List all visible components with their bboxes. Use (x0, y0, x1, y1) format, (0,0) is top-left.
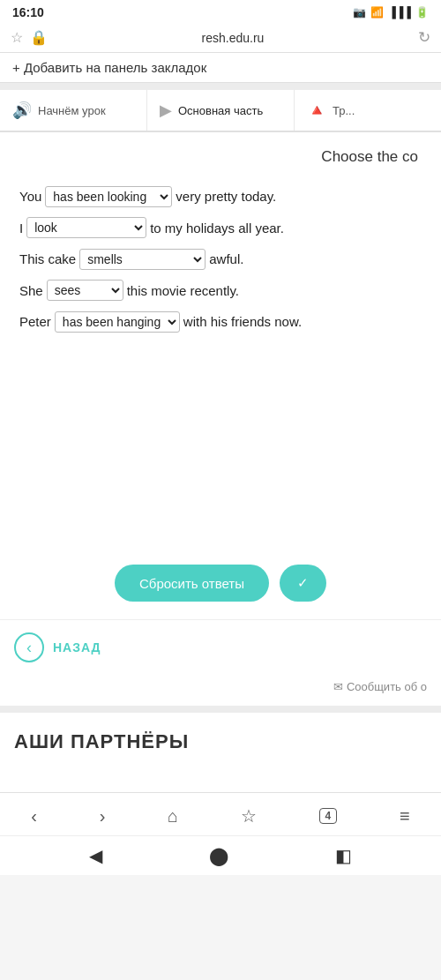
browser-forward-icon: › (100, 806, 106, 827)
triangle-icon: 🔺 (307, 101, 326, 120)
back-label[interactable]: НАЗАД (53, 640, 101, 655)
sound-icon: 🔊 (12, 101, 32, 120)
browser-back-icon: ‹ (31, 806, 37, 827)
sentence-4-after: this movie recently. (127, 280, 239, 303)
tab-third-label: Тр... (333, 104, 355, 117)
report-label[interactable]: ✉ Сообщить об о (333, 680, 427, 693)
reset-button[interactable]: Сбросить ответы (115, 565, 269, 602)
sentence-4-before: She (19, 280, 43, 303)
partners-section: АШИ ПАРТНЁРЫ (0, 713, 441, 792)
android-recents-button[interactable]: ◧ (335, 845, 352, 866)
play-icon: ▶ (160, 101, 172, 120)
sentence-2-before: I (19, 217, 23, 240)
browser-bookmark-button[interactable]: ☆ (232, 802, 265, 830)
bookmark-label[interactable]: + Добавить на панель закладок (12, 60, 206, 75)
bookmark-bar[interactable]: + Добавить на панель закладок (0, 53, 441, 83)
sentence-5-before: Peter (19, 310, 51, 333)
sentences-container: You has been looking look have been look… (14, 185, 427, 333)
sentence-2-after: to my holidays all year. (150, 217, 284, 240)
partners-title: АШИ ПАРТНЁРЫ (14, 730, 427, 753)
lesson-nav: 🔊 Начнём урок ▶ Основная часть 🔺 Тр... (0, 90, 441, 132)
tab-main-label: Основная часть (178, 104, 263, 117)
browser-back-button[interactable]: ‹ (22, 803, 46, 830)
status-bar: 16:10 📷 📶 ▐▐▐ 🔋 (0, 0, 441, 23)
tab-third[interactable]: 🔺 Тр... (295, 90, 441, 131)
check-button[interactable]: ✓ (280, 565, 326, 602)
sentence-row-2: I look looks has been looking looked for… (19, 217, 427, 240)
browser-bookmark-icon: ☆ (241, 805, 257, 827)
tab-main[interactable]: ▶ Основная часть (147, 90, 295, 131)
android-back-button[interactable]: ◀ (89, 845, 102, 866)
signal-icon: ▐▐▐ (388, 6, 411, 19)
tab-nachmem[interactable]: 🔊 Начнём урок (0, 90, 147, 131)
sentence-row-5: Peter has been hanging hangs hang hung w… (19, 310, 427, 333)
bottom-nav: ‹ › ⌂ ☆ 4 ≡ (0, 792, 441, 835)
tab-nachmem-label: Начнём урок (38, 104, 106, 117)
browser-nav-icons: ☆ 🔒 (11, 29, 48, 46)
star-icon[interactable]: ☆ (11, 29, 23, 46)
sentence-1-after: very pretty today. (176, 185, 276, 208)
wifi-icon: 📶 (370, 6, 384, 19)
status-icons: 📷 📶 ▐▐▐ 🔋 (353, 6, 429, 19)
sentence-3-before: This cake (19, 248, 76, 271)
url-bar[interactable]: resh.edu.ru (56, 31, 409, 45)
lock-icon: 🔒 (30, 29, 48, 46)
partners-separator (0, 706, 441, 713)
browser-tabs-button[interactable]: 4 (310, 804, 347, 827)
sentence-row-1: You has been looking look have been look… (19, 185, 427, 208)
browser-tabs-count: 4 (319, 808, 338, 824)
sentence-4-select[interactable]: sees has seen is seeing saw (47, 280, 123, 301)
camera-icon: 📷 (353, 6, 366, 19)
back-nav: ‹ НАЗАД (0, 619, 441, 675)
status-time: 16:10 (12, 5, 44, 19)
browser-home-button[interactable]: ⌂ (159, 803, 187, 830)
browser-menu-icon: ≡ (400, 806, 410, 827)
sentence-3-after: awful. (209, 248, 243, 271)
sentence-row-4: She sees has seen is seeing saw this mov… (19, 280, 427, 303)
browser-forward-button[interactable]: › (91, 803, 115, 830)
sentence-1-select[interactable]: has been looking look have been looking … (45, 186, 172, 207)
task-heading: Choose the co (14, 148, 427, 166)
back-circle-button[interactable]: ‹ (14, 632, 44, 662)
battery-icon: 🔋 (415, 6, 429, 19)
android-home-button[interactable]: ⬤ (209, 845, 228, 866)
browser-menu-button[interactable]: ≡ (391, 803, 419, 830)
sentence-2-select[interactable]: look looks has been looking looked forwa… (26, 217, 146, 238)
action-row: Сбросить ответы ✓ (0, 538, 441, 619)
sentence-5-after: with his friends now. (183, 310, 302, 333)
sentence-row-3: This cake smells has been smelling smell… (19, 248, 427, 271)
sentence-1-before: You (19, 185, 41, 208)
browser-home-icon: ⌂ (168, 806, 178, 827)
partners-title-text: АШИ ПАРТНЁРЫ (14, 730, 189, 752)
report-row: ✉ Сообщить об о (0, 675, 441, 706)
refresh-icon[interactable]: ↻ (418, 28, 430, 47)
section-separator (0, 83, 441, 90)
android-nav: ◀ ⬤ ◧ (0, 835, 441, 875)
sentence-5-select[interactable]: has been hanging hangs hang hung (55, 311, 180, 333)
main-content: Choose the co You has been looking look … (0, 132, 441, 538)
sentence-3-select[interactable]: smells has been smelling smell is smelli… (79, 249, 206, 270)
browser-bar: ☆ 🔒 resh.edu.ru ↻ (0, 23, 441, 53)
